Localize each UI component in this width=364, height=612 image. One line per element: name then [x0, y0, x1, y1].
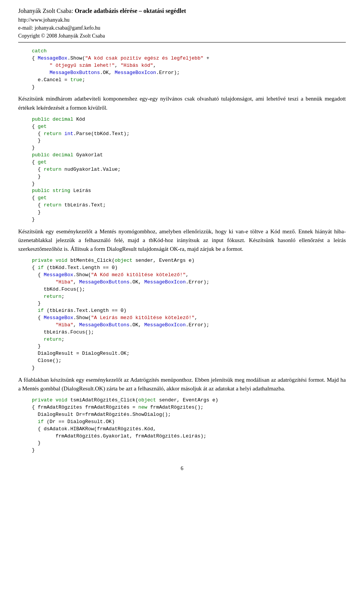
text-properties: Készítsünk mindhárom adatbeviteli kompon… — [18, 94, 346, 112]
code-block-catch: catch { MessageBox.Show("A kód csak pozi… — [32, 48, 346, 91]
url-line: http://www.johanyak.hu — [18, 16, 346, 24]
work-title: Oracle adatbázis elérése – oktatási segé… — [75, 8, 186, 14]
page-number: 6 — [18, 466, 346, 472]
email-line: e-mail: johanyak.csaba@gamf.kefo.hu — [18, 24, 346, 32]
author-name: Johanyák Zsolt Csaba: — [18, 8, 73, 14]
text-mentes-event: Készítsünk egy eseménykezelőt a Mentés n… — [18, 227, 346, 254]
copyright-line: Copyright © 2008 Johanyák Zsolt Csaba — [18, 32, 346, 40]
text-foablak-event: A főablakban készítsünk egy eseménykezel… — [18, 376, 346, 393]
code-block-adatrogzites-click: private void tsmiAdatRögzítés_Click(obje… — [32, 397, 346, 454]
header-divider — [18, 42, 346, 42]
header: Johanyák Zsolt Csaba: Oracle adatbázis e… — [18, 7, 346, 42]
page-title: Johanyák Zsolt Csaba: Oracle adatbázis e… — [18, 7, 346, 15]
code-block-properties: public decimal Kód { get { return int.Pa… — [32, 116, 346, 223]
code-block-mentes-click: private void btMentés_Click(object sende… — [32, 257, 346, 372]
